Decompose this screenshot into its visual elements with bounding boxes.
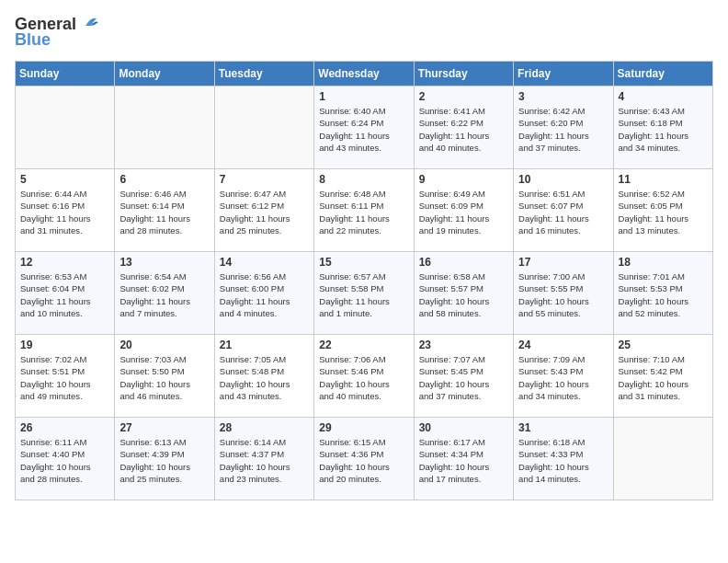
day-number: 7: [220, 173, 309, 186]
day-info: Sunrise: 6:44 AM Sunset: 6:16 PM Dayligh…: [20, 188, 109, 236]
day-number: 23: [419, 339, 508, 351]
day-number: 11: [619, 173, 708, 186]
logo-blue-text: Blue: [15, 30, 51, 50]
calendar-cell: 3Sunrise: 6:42 AM Sunset: 6:20 PM Daylig…: [514, 86, 613, 169]
day-info: Sunrise: 6:58 AM Sunset: 5:57 PM Dayligh…: [419, 270, 508, 319]
day-info: Sunrise: 7:06 AM Sunset: 5:46 PM Dayligh…: [319, 353, 408, 402]
day-number: 20: [119, 339, 209, 351]
header-sunday: Sunday: [16, 62, 115, 86]
calendar-cell: 20Sunrise: 7:03 AM Sunset: 5:50 PM Dayli…: [115, 335, 214, 418]
day-info: Sunrise: 6:54 AM Sunset: 6:02 PM Dayligh…: [119, 270, 209, 319]
calendar-cell: 6Sunrise: 6:46 AM Sunset: 6:14 PM Daylig…: [115, 169, 214, 252]
day-number: 15: [319, 256, 408, 269]
calendar-cell: 16Sunrise: 6:58 AM Sunset: 5:57 PM Dayli…: [414, 252, 513, 335]
week-row-4: 19Sunrise: 7:02 AM Sunset: 5:51 PM Dayli…: [16, 335, 713, 418]
calendar-cell: 29Sunrise: 6:15 AM Sunset: 4:36 PM Dayli…: [314, 418, 414, 500]
day-info: Sunrise: 7:07 AM Sunset: 5:45 PM Dayligh…: [419, 353, 508, 402]
day-number: 29: [319, 421, 408, 434]
header-wednesday: Wednesday: [314, 62, 414, 86]
calendar-cell: 21Sunrise: 7:05 AM Sunset: 5:48 PM Dayli…: [214, 335, 313, 418]
day-number: 17: [518, 256, 608, 269]
week-row-1: 1Sunrise: 6:40 AM Sunset: 6:24 PM Daylig…: [16, 86, 713, 169]
header-saturday: Saturday: [613, 62, 712, 86]
calendar-cell: 8Sunrise: 6:48 AM Sunset: 6:11 PM Daylig…: [314, 169, 414, 252]
day-info: Sunrise: 6:43 AM Sunset: 6:18 PM Dayligh…: [619, 105, 708, 154]
day-info: Sunrise: 6:15 AM Sunset: 4:36 PM Dayligh…: [319, 436, 408, 485]
day-number: 28: [220, 421, 309, 434]
week-row-3: 12Sunrise: 6:53 AM Sunset: 6:04 PM Dayli…: [16, 252, 713, 335]
day-number: 19: [20, 339, 109, 351]
calendar-cell: 11Sunrise: 6:52 AM Sunset: 6:05 PM Dayli…: [613, 169, 712, 252]
calendar-cell: 23Sunrise: 7:07 AM Sunset: 5:45 PM Dayli…: [414, 335, 513, 418]
header-thursday: Thursday: [414, 62, 513, 86]
day-info: Sunrise: 6:11 AM Sunset: 4:40 PM Dayligh…: [20, 436, 109, 485]
calendar-cell: 28Sunrise: 6:14 AM Sunset: 4:37 PM Dayli…: [214, 418, 313, 500]
day-info: Sunrise: 6:52 AM Sunset: 6:05 PM Dayligh…: [619, 188, 708, 236]
logo: General Blue: [15, 15, 98, 50]
day-info: Sunrise: 6:40 AM Sunset: 6:24 PM Dayligh…: [319, 105, 408, 154]
calendar-cell: [16, 86, 115, 169]
day-info: Sunrise: 7:03 AM Sunset: 5:50 PM Dayligh…: [119, 353, 209, 402]
day-info: Sunrise: 7:00 AM Sunset: 5:55 PM Dayligh…: [518, 270, 608, 319]
day-number: 13: [119, 256, 209, 269]
week-row-2: 5Sunrise: 6:44 AM Sunset: 6:16 PM Daylig…: [16, 169, 713, 252]
day-number: 6: [119, 173, 209, 186]
day-info: Sunrise: 7:10 AM Sunset: 5:42 PM Dayligh…: [619, 353, 708, 402]
day-info: Sunrise: 6:41 AM Sunset: 6:22 PM Dayligh…: [419, 105, 508, 154]
day-info: Sunrise: 6:51 AM Sunset: 6:07 PM Dayligh…: [518, 188, 608, 236]
day-info: Sunrise: 7:05 AM Sunset: 5:48 PM Dayligh…: [220, 353, 309, 402]
day-info: Sunrise: 6:47 AM Sunset: 6:12 PM Dayligh…: [220, 188, 309, 236]
calendar-cell: 1Sunrise: 6:40 AM Sunset: 6:24 PM Daylig…: [314, 86, 414, 169]
day-info: Sunrise: 6:14 AM Sunset: 4:37 PM Dayligh…: [220, 436, 309, 485]
day-info: Sunrise: 6:53 AM Sunset: 6:04 PM Dayligh…: [20, 270, 109, 319]
calendar-cell: 12Sunrise: 6:53 AM Sunset: 6:04 PM Dayli…: [16, 252, 115, 335]
calendar-cell: 31Sunrise: 6:18 AM Sunset: 4:33 PM Dayli…: [514, 418, 613, 500]
day-number: 1: [319, 90, 408, 103]
day-number: 24: [518, 339, 608, 351]
day-number: 31: [518, 421, 608, 434]
calendar-cell: 18Sunrise: 7:01 AM Sunset: 5:53 PM Dayli…: [613, 252, 712, 335]
day-number: 3: [518, 90, 608, 103]
calendar-cell: 27Sunrise: 6:13 AM Sunset: 4:39 PM Dayli…: [115, 418, 214, 500]
day-number: 8: [319, 173, 408, 186]
calendar-cell: [214, 86, 313, 169]
day-info: Sunrise: 6:57 AM Sunset: 5:58 PM Dayligh…: [319, 270, 408, 319]
calendar-cell: 13Sunrise: 6:54 AM Sunset: 6:02 PM Dayli…: [115, 252, 214, 335]
calendar-cell: 7Sunrise: 6:47 AM Sunset: 6:12 PM Daylig…: [214, 169, 313, 252]
calendar-cell: [115, 86, 214, 169]
day-info: Sunrise: 6:18 AM Sunset: 4:33 PM Dayligh…: [518, 436, 608, 485]
day-number: 30: [419, 421, 508, 434]
calendar-cell: [613, 418, 712, 500]
calendar-cell: 15Sunrise: 6:57 AM Sunset: 5:58 PM Dayli…: [314, 252, 414, 335]
day-number: 12: [20, 256, 109, 269]
day-number: 2: [419, 90, 508, 103]
day-info: Sunrise: 6:17 AM Sunset: 4:34 PM Dayligh…: [419, 436, 508, 485]
calendar-cell: 22Sunrise: 7:06 AM Sunset: 5:46 PM Dayli…: [314, 335, 414, 418]
day-number: 16: [419, 256, 508, 269]
calendar-cell: 4Sunrise: 6:43 AM Sunset: 6:18 PM Daylig…: [613, 86, 712, 169]
day-info: Sunrise: 7:02 AM Sunset: 5:51 PM Dayligh…: [20, 353, 109, 402]
day-number: 25: [619, 339, 708, 351]
day-number: 18: [619, 256, 708, 269]
day-number: 22: [319, 339, 408, 351]
calendar-header-row: SundayMondayTuesdayWednesdayThursdayFrid…: [16, 62, 713, 86]
day-info: Sunrise: 7:01 AM Sunset: 5:53 PM Dayligh…: [619, 270, 708, 319]
calendar-cell: 2Sunrise: 6:41 AM Sunset: 6:22 PM Daylig…: [414, 86, 513, 169]
calendar-cell: 9Sunrise: 6:49 AM Sunset: 6:09 PM Daylig…: [414, 169, 513, 252]
calendar-cell: 19Sunrise: 7:02 AM Sunset: 5:51 PM Dayli…: [16, 335, 115, 418]
day-number: 14: [220, 256, 309, 269]
day-info: Sunrise: 6:56 AM Sunset: 6:00 PM Dayligh…: [220, 270, 309, 319]
day-info: Sunrise: 6:13 AM Sunset: 4:39 PM Dayligh…: [119, 436, 209, 485]
day-info: Sunrise: 6:49 AM Sunset: 6:09 PM Dayligh…: [419, 188, 508, 236]
header-friday: Friday: [514, 62, 613, 86]
calendar-cell: 30Sunrise: 6:17 AM Sunset: 4:34 PM Dayli…: [414, 418, 513, 500]
day-number: 26: [20, 421, 109, 434]
day-number: 27: [119, 421, 209, 434]
calendar-table: SundayMondayTuesdayWednesdayThursdayFrid…: [15, 61, 713, 500]
calendar-cell: 24Sunrise: 7:09 AM Sunset: 5:43 PM Dayli…: [514, 335, 613, 418]
day-info: Sunrise: 6:42 AM Sunset: 6:20 PM Dayligh…: [518, 105, 608, 154]
calendar-cell: 5Sunrise: 6:44 AM Sunset: 6:16 PM Daylig…: [16, 169, 115, 252]
day-info: Sunrise: 6:46 AM Sunset: 6:14 PM Dayligh…: [119, 188, 209, 236]
logo-bird-icon: [78, 13, 98, 33]
day-info: Sunrise: 6:48 AM Sunset: 6:11 PM Dayligh…: [319, 188, 408, 236]
